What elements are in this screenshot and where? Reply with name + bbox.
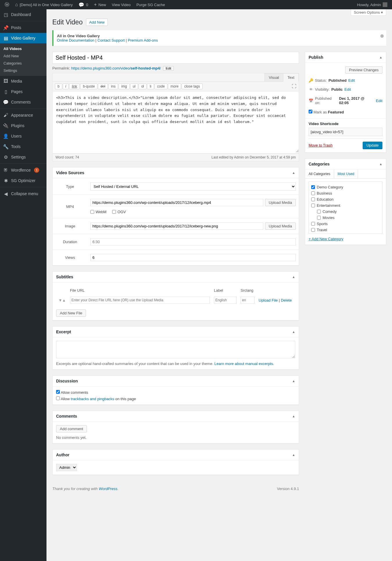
categories-header[interactable]: Categories▲	[305, 159, 386, 170]
trackbacks-link[interactable]: trackbacks and pingbacks	[71, 397, 114, 401]
post-title-input[interactable]	[52, 52, 299, 64]
tab-visual[interactable]: Visual	[264, 73, 283, 81]
category-item[interactable]: Comedy	[311, 209, 380, 215]
menu-plugins[interactable]: 🔌Plugins	[0, 120, 46, 131]
upload-mp4-button[interactable]: Upload Media	[265, 199, 296, 206]
menu-tools[interactable]: 🔧Tools	[0, 141, 46, 152]
menu-posts[interactable]: 📌Posts	[0, 22, 46, 33]
category-item[interactable]: Travel	[311, 227, 380, 233]
duration-input[interactable]	[90, 238, 296, 245]
screen-options-button[interactable]: Screen Options ▾	[351, 9, 386, 16]
new-content[interactable]: +New	[92, 0, 108, 9]
content-textarea[interactable]: <h3>This is a video description.</h3>"Lo…	[53, 91, 299, 152]
qt-link[interactable]: link	[69, 83, 80, 89]
mp4-input[interactable]	[90, 199, 263, 206]
type-select[interactable]: Self Hosted / External URL	[90, 182, 296, 190]
submenu-settings[interactable]: Settings	[0, 67, 46, 74]
edit-status-link[interactable]: Edit	[348, 78, 355, 83]
submenu-add-new[interactable]: Add New	[0, 52, 46, 60]
purge-cache-link[interactable]: Purge SG Cache	[134, 0, 167, 9]
category-list[interactable]: Demo CategoryBusinessEducationEntertainm…	[309, 181, 382, 234]
tab-text[interactable]: Text	[283, 73, 299, 82]
permalink-link[interactable]: https://demo.plugins360.com/video/self-h…	[71, 66, 161, 70]
menu-users[interactable]: 👤Users	[0, 131, 46, 141]
submenu-categories[interactable]: Categories	[0, 60, 46, 67]
qt-ins[interactable]: ins	[108, 83, 118, 89]
subtitle-label-input[interactable]	[214, 297, 237, 304]
views-input[interactable]	[90, 254, 296, 261]
wordpress-link[interactable]: WordPress	[99, 487, 117, 491]
menu-pages[interactable]: ▯Pages	[0, 86, 46, 97]
comments-bubble[interactable]: 💬0	[76, 0, 90, 9]
qt-close-tags[interactable]: close tags	[182, 83, 203, 89]
menu-video-gallery[interactable]: ▤Video Gallery	[0, 33, 46, 43]
submenu-all-videos[interactable]: All Videos	[0, 45, 46, 52]
menu-settings[interactable]: ⚙Settings	[0, 152, 46, 162]
upload-image-button[interactable]: Upload Media	[265, 222, 296, 230]
subtitle-delete-link[interactable]: Delete	[281, 298, 292, 302]
add-new-file-button[interactable]: Add New File	[56, 309, 86, 317]
notice-premium-link[interactable]: Premium Add-ons	[128, 38, 158, 42]
menu-appearance[interactable]: 🖌Appearance	[0, 110, 46, 120]
shortcode-value[interactable]: [aiovg_video id=57]	[309, 128, 382, 136]
menu-wordfence[interactable]: ⛨Wordfence1	[0, 165, 46, 175]
preview-changes-button[interactable]: Preview Changes	[345, 66, 382, 74]
qt-bold[interactable]: b	[55, 83, 62, 89]
add-new-category-link[interactable]: + Add New Category	[309, 237, 382, 241]
notice-support-link[interactable]: Contact Support	[97, 38, 125, 42]
publish-header[interactable]: Publish▲	[305, 52, 386, 63]
qt-ul[interactable]: ul	[130, 83, 138, 89]
excerpt-textarea[interactable]	[56, 341, 295, 358]
discussion-header[interactable]: Discussion▲	[53, 376, 299, 387]
collapse-menu[interactable]: ◀Collapse menu	[0, 188, 46, 199]
view-video-link[interactable]: View Video	[110, 0, 133, 9]
menu-comments[interactable]: 💬Comments	[0, 97, 46, 107]
move-to-trash-link[interactable]: Move to Trash	[309, 143, 332, 147]
category-item[interactable]: Demo Category	[311, 184, 380, 190]
sort-handle-icon[interactable]: ▼▲	[57, 295, 68, 305]
category-item[interactable]: Education	[311, 196, 380, 202]
subtitle-file-input[interactable]	[70, 297, 210, 304]
image-input[interactable]	[90, 222, 263, 230]
add-comment-button[interactable]: Add comment	[56, 425, 87, 432]
menu-sg-optimizer[interactable]: ✱SG Optimizer	[0, 175, 46, 186]
qt-more[interactable]: more	[168, 83, 181, 89]
category-item[interactable]: Entertainment	[311, 202, 380, 209]
qt-li[interactable]: li	[147, 83, 154, 89]
video-sources-header[interactable]: Video Sources▲	[53, 168, 299, 178]
subtitles-header[interactable]: Subtitles▲	[53, 272, 299, 282]
subtitle-srclang-input[interactable]	[241, 297, 255, 304]
webm-checkbox[interactable]: WebM	[90, 210, 106, 214]
tab-all-categories[interactable]: All Categories	[305, 170, 334, 178]
account-menu[interactable]: Howdy, Admin	[355, 0, 390, 9]
comments-header[interactable]: Comments▲	[53, 411, 299, 422]
fullscreen-icon[interactable]: ⛶	[292, 84, 296, 89]
qt-img[interactable]: img	[119, 83, 129, 89]
category-item[interactable]: Business	[311, 190, 380, 196]
edit-slug-button[interactable]: Edit	[163, 66, 174, 71]
subtitle-upload-link[interactable]: Upload File	[259, 298, 278, 302]
allow-comments-checkbox[interactable]: Allow comments	[56, 390, 295, 395]
author-header[interactable]: Author▲	[53, 450, 299, 460]
ogv-checkbox[interactable]: OGV	[112, 210, 126, 214]
wp-logo-icon[interactable]: ⓦ	[2, 0, 12, 9]
excerpt-header[interactable]: Excerpt▲	[53, 327, 299, 337]
excerpt-help-link[interactable]: Learn more about manual excerpts	[214, 361, 273, 366]
edit-date-link[interactable]: Edit	[376, 99, 382, 103]
qt-code[interactable]: code	[155, 83, 167, 89]
site-home-link[interactable]: ⌂[Demo] All in One Video Gallery	[13, 0, 75, 9]
update-button[interactable]: Update	[363, 142, 382, 149]
qt-ol[interactable]: ol	[139, 83, 146, 89]
menu-media[interactable]: 🖾Media	[0, 76, 46, 86]
qt-del[interactable]: del	[98, 83, 108, 89]
notice-doc-link[interactable]: Online Documentation	[57, 38, 94, 42]
category-item[interactable]: Sports	[311, 221, 380, 227]
allow-trackbacks-checkbox[interactable]: Allow trackbacks and pingbacks on this p…	[56, 396, 295, 401]
category-item[interactable]: Movies	[311, 215, 380, 221]
qt-italic[interactable]: i	[63, 83, 69, 89]
menu-dashboard[interactable]: ◳Dashboard	[0, 9, 46, 20]
author-select[interactable]: Admin	[56, 464, 77, 471]
add-new-button[interactable]: Add New	[86, 19, 108, 26]
tab-most-used[interactable]: Most Used	[334, 170, 358, 178]
mark-featured-checkbox[interactable]: Mark as Featured	[309, 110, 344, 114]
